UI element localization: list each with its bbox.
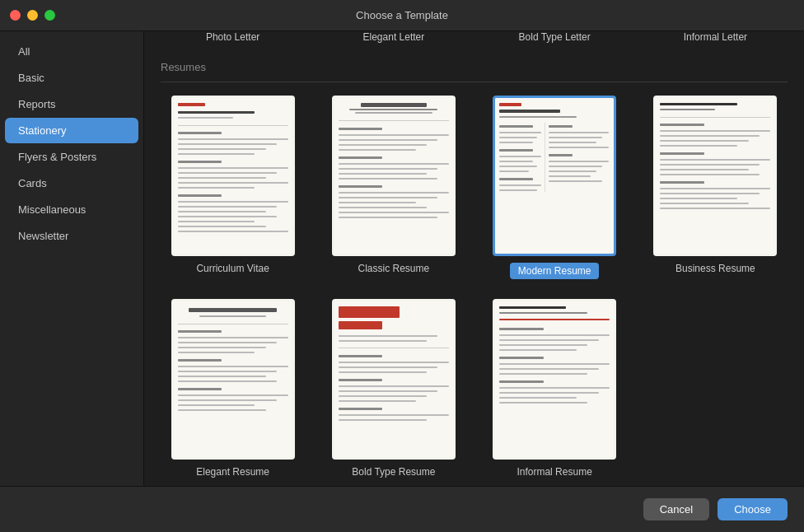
template-item-classic-resume[interactable]: Classic Resume (321, 96, 465, 279)
minimize-button[interactable] (27, 10, 38, 21)
template-item-bold-type-resume[interactable]: Bold Type Resume (321, 299, 465, 478)
window-controls (10, 10, 55, 21)
sidebar-item-stationery[interactable]: Stationery (5, 118, 138, 143)
cancel-button[interactable]: Cancel (643, 498, 709, 520)
maximize-button[interactable] (44, 10, 55, 21)
window-title: Choose a Template (356, 9, 448, 21)
template-label-elegant-resume: Elegant Resume (196, 466, 269, 478)
sidebar-item-basic[interactable]: Basic (5, 65, 138, 91)
template-item-modern-resume[interactable]: Modern Resume (483, 96, 627, 279)
thumbnail-modern-resume (493, 96, 616, 256)
template-label-bold-type-letter: Bold Type Letter (519, 31, 591, 43)
sidebar-item-reports[interactable]: Reports (5, 91, 138, 117)
template-item-photo-letter[interactable]: Photo Letter (161, 31, 305, 46)
title-bar: Choose a Template (0, 0, 804, 31)
main-layout: All Basic Reports Stationery Flyers & Po… (0, 31, 804, 486)
template-item-informal-letter[interactable]: Informal Letter (643, 31, 788, 46)
sidebar-item-all[interactable]: All (5, 39, 138, 64)
resume-row-1: Curriculum Vitae (161, 96, 788, 279)
template-label-photo-letter: Photo Letter (206, 31, 259, 43)
template-item-business-resume[interactable]: Business Resume (643, 96, 788, 279)
template-label-bold-type-resume: Bold Type Resume (352, 466, 435, 478)
template-item-bold-type-letter[interactable]: Bold Type Letter (483, 31, 627, 46)
sidebar-item-flyers[interactable]: Flyers & Posters (5, 144, 138, 170)
template-label-curriculum-vitae: Curriculum Vitae (196, 263, 269, 274)
template-item-elegant-letter[interactable]: Elegant Letter (321, 31, 465, 46)
footer: Cancel Choose (0, 486, 804, 532)
sidebar-item-newsletter[interactable]: Newsletter (5, 223, 138, 249)
thumbnail-curriculum-vitae (171, 96, 295, 256)
template-label-informal-resume: Informal Resume (517, 466, 591, 478)
thumbnail-business-resume (653, 96, 777, 256)
template-label-modern-resume: Modern Resume (510, 263, 600, 279)
template-item-elegant-resume[interactable]: Elegant Resume (161, 299, 305, 478)
content-area[interactable]: Photo Letter Elegant Letter Bold Type Le… (144, 31, 804, 486)
sidebar-item-cards[interactable]: Cards (5, 170, 138, 196)
template-item-empty (643, 299, 788, 478)
sidebar: All Basic Reports Stationery Flyers & Po… (0, 31, 144, 486)
resumes-section-header: Resumes (161, 49, 788, 82)
template-label-informal-letter: Informal Letter (684, 31, 747, 43)
template-label-business-resume: Business Resume (675, 263, 755, 274)
top-template-row: Photo Letter Elegant Letter Bold Type Le… (161, 31, 788, 46)
template-item-informal-resume[interactable]: Informal Resume (483, 299, 627, 478)
template-label-elegant-letter: Elegant Letter (363, 31, 425, 43)
thumbnail-classic-resume (332, 96, 456, 256)
template-label-classic-resume: Classic Resume (358, 263, 430, 274)
close-button[interactable] (10, 10, 21, 21)
resume-row-2: Elegant Resume (161, 299, 788, 478)
choose-button[interactable]: Choose (718, 498, 788, 520)
thumbnail-informal-resume (493, 299, 616, 460)
template-item-curriculum-vitae[interactable]: Curriculum Vitae (161, 96, 305, 279)
sidebar-item-misc[interactable]: Miscellaneous (5, 197, 138, 222)
thumbnail-bold-type-resume (332, 299, 456, 460)
thumbnail-elegant-resume (171, 299, 295, 460)
